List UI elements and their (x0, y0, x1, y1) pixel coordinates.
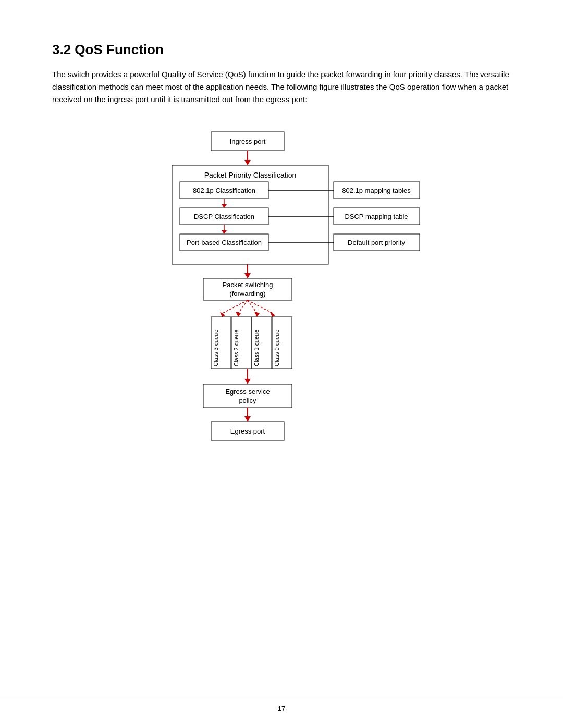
svg-marker-25 (254, 312, 260, 317)
queue2-label: Class 2 queue (233, 330, 239, 366)
svg-line-20 (223, 300, 248, 313)
egress-policy-label: policy (239, 397, 256, 404)
intro-text: The switch provides a powerful Quality o… (52, 68, 511, 106)
class-port-label: Port-based Classification (187, 239, 262, 246)
qos-diagram: Ingress port Packet Priority Classificat… (52, 127, 511, 507)
svg-marker-36 (244, 416, 251, 422)
queue0-label: Class 0 queue (274, 330, 280, 366)
svg-marker-33 (244, 379, 251, 384)
egress-port-label: Egress port (230, 427, 265, 435)
packet-forwarding-label: (forwarding) (229, 290, 265, 298)
packet-switching-label: Packet switching (223, 281, 273, 289)
page-number: -17- (275, 705, 287, 712)
svg-marker-23 (236, 312, 241, 317)
side-port-label: Default port priority (348, 239, 405, 246)
class-dscp-label: DSCP Classification (194, 213, 254, 220)
svg-marker-18 (244, 273, 251, 278)
classification-title-label: Packet Priority Classification (204, 171, 297, 179)
svg-line-26 (248, 300, 273, 313)
ingress-port-label: Ingress port (230, 138, 266, 145)
queue3-label: Class 3 queue (213, 330, 219, 366)
svg-line-24 (248, 300, 257, 313)
side-8021p-label: 802.1p mapping tables (342, 187, 411, 194)
page-footer: -17- (0, 700, 563, 712)
svg-line-22 (238, 300, 248, 313)
egress-service-label: Egress service (225, 388, 270, 396)
side-dscp-label: DSCP mapping table (345, 213, 408, 220)
svg-marker-2 (244, 160, 251, 165)
class-8021p-label: 802.1p Classification (193, 187, 255, 194)
queue1-label: Class 1 queue (253, 330, 260, 366)
section-title: 3.2 QoS Function (52, 42, 511, 58)
qos-flow-diagram: Ingress port Packet Priority Classificat… (130, 127, 433, 507)
svg-marker-27 (270, 312, 275, 317)
